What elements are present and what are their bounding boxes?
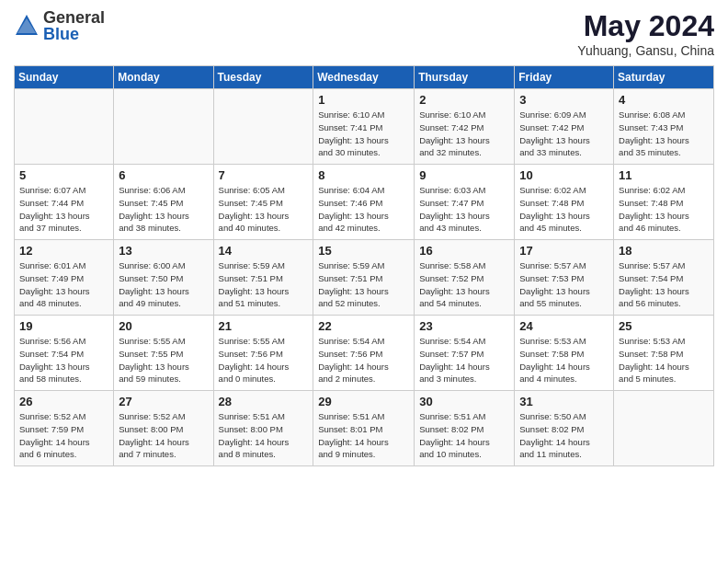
calendar-cell: 30Sunrise: 5:51 AM Sunset: 8:02 PM Dayli… xyxy=(415,391,515,466)
calendar-cell: 21Sunrise: 5:55 AM Sunset: 7:56 PM Dayli… xyxy=(213,316,313,391)
calendar-cell: 12Sunrise: 6:01 AM Sunset: 7:49 PM Dayli… xyxy=(15,240,114,316)
day-info: Sunrise: 6:05 AM Sunset: 7:45 PM Dayligh… xyxy=(219,184,309,235)
day-number: 5 xyxy=(19,168,108,182)
calendar-cell: 14Sunrise: 5:59 AM Sunset: 7:51 PM Dayli… xyxy=(213,240,313,316)
day-info: Sunrise: 5:53 AM Sunset: 7:58 PM Dayligh… xyxy=(619,335,709,385)
day-info: Sunrise: 6:00 AM Sunset: 7:50 PM Dayligh… xyxy=(119,259,208,310)
day-number: 25 xyxy=(619,319,709,333)
calendar-cell xyxy=(114,89,213,165)
day-number: 29 xyxy=(318,395,409,408)
header-thursday: Thursday xyxy=(415,66,515,89)
day-number: 1 xyxy=(318,93,409,107)
day-number: 4 xyxy=(619,93,709,107)
day-number: 10 xyxy=(519,168,609,182)
calendar-cell: 19Sunrise: 5:56 AM Sunset: 7:54 PM Dayli… xyxy=(15,316,114,391)
day-info: Sunrise: 5:51 AM Sunset: 8:00 PM Dayligh… xyxy=(219,410,309,461)
calendar-cell: 31Sunrise: 5:50 AM Sunset: 8:02 PM Dayli… xyxy=(515,391,614,466)
calendar-week-1: 5Sunrise: 6:07 AM Sunset: 7:44 PM Daylig… xyxy=(15,165,714,240)
calendar-week-4: 26Sunrise: 5:52 AM Sunset: 7:59 PM Dayli… xyxy=(15,391,714,466)
calendar-week-3: 19Sunrise: 5:56 AM Sunset: 7:54 PM Dayli… xyxy=(15,316,714,391)
day-number: 28 xyxy=(219,395,309,408)
day-number: 24 xyxy=(519,319,609,333)
day-info: Sunrise: 5:53 AM Sunset: 7:58 PM Dayligh… xyxy=(519,335,609,385)
day-info: Sunrise: 5:57 AM Sunset: 7:54 PM Dayligh… xyxy=(619,259,709,310)
day-number: 11 xyxy=(619,168,709,182)
day-info: Sunrise: 6:10 AM Sunset: 7:41 PM Dayligh… xyxy=(318,109,409,159)
day-info: Sunrise: 5:54 AM Sunset: 7:57 PM Dayligh… xyxy=(419,335,509,385)
day-info: Sunrise: 6:09 AM Sunset: 7:42 PM Dayligh… xyxy=(519,109,609,159)
logo-text: General Blue xyxy=(43,9,105,42)
day-info: Sunrise: 6:04 AM Sunset: 7:46 PM Dayligh… xyxy=(318,184,409,235)
day-info: Sunrise: 5:55 AM Sunset: 7:56 PM Dayligh… xyxy=(219,335,309,385)
day-number: 7 xyxy=(219,168,309,182)
day-number: 22 xyxy=(318,319,409,333)
day-info: Sunrise: 5:51 AM Sunset: 8:02 PM Dayligh… xyxy=(419,410,509,461)
day-number: 14 xyxy=(219,244,309,258)
calendar-cell: 6Sunrise: 6:06 AM Sunset: 7:45 PM Daylig… xyxy=(114,165,213,240)
calendar-cell: 29Sunrise: 5:51 AM Sunset: 8:01 PM Dayli… xyxy=(313,391,415,466)
day-info: Sunrise: 5:51 AM Sunset: 8:01 PM Dayligh… xyxy=(318,410,409,461)
svg-marker-1 xyxy=(17,18,36,33)
page: General Blue May 2024 Yuhuang, Gansu, Ch… xyxy=(0,0,728,563)
location: Yuhuang, Gansu, China xyxy=(577,43,714,58)
day-number: 27 xyxy=(119,395,208,408)
day-info: Sunrise: 6:08 AM Sunset: 7:43 PM Dayligh… xyxy=(619,109,709,159)
day-info: Sunrise: 6:07 AM Sunset: 7:44 PM Dayligh… xyxy=(19,184,108,235)
calendar-cell: 16Sunrise: 5:58 AM Sunset: 7:52 PM Dayli… xyxy=(415,240,515,316)
calendar-cell: 18Sunrise: 5:57 AM Sunset: 7:54 PM Dayli… xyxy=(614,240,714,316)
calendar-cell: 3Sunrise: 6:09 AM Sunset: 7:42 PM Daylig… xyxy=(515,89,614,165)
day-info: Sunrise: 6:01 AM Sunset: 7:49 PM Dayligh… xyxy=(19,259,108,310)
calendar-cell xyxy=(614,391,714,466)
calendar-cell: 10Sunrise: 6:02 AM Sunset: 7:48 PM Dayli… xyxy=(515,165,614,240)
calendar-cell: 5Sunrise: 6:07 AM Sunset: 7:44 PM Daylig… xyxy=(15,165,114,240)
calendar-cell: 8Sunrise: 6:04 AM Sunset: 7:46 PM Daylig… xyxy=(313,165,415,240)
logo-blue: Blue xyxy=(43,26,105,42)
calendar-cell xyxy=(213,89,313,165)
day-info: Sunrise: 6:02 AM Sunset: 7:48 PM Dayligh… xyxy=(519,184,609,235)
header-monday: Monday xyxy=(114,66,213,89)
day-number: 21 xyxy=(219,319,309,333)
calendar-cell: 15Sunrise: 5:59 AM Sunset: 7:51 PM Dayli… xyxy=(313,240,415,316)
day-number: 12 xyxy=(19,244,108,258)
day-number: 2 xyxy=(419,93,509,107)
calendar-cell xyxy=(15,89,114,165)
calendar-cell: 20Sunrise: 5:55 AM Sunset: 7:55 PM Dayli… xyxy=(114,316,213,391)
calendar-cell: 7Sunrise: 6:05 AM Sunset: 7:45 PM Daylig… xyxy=(213,165,313,240)
calendar-cell: 4Sunrise: 6:08 AM Sunset: 7:43 PM Daylig… xyxy=(614,89,714,165)
day-info: Sunrise: 5:55 AM Sunset: 7:55 PM Dayligh… xyxy=(119,335,208,385)
day-number: 16 xyxy=(419,244,509,258)
day-number: 9 xyxy=(419,168,509,182)
day-number: 23 xyxy=(419,319,509,333)
day-info: Sunrise: 5:52 AM Sunset: 7:59 PM Dayligh… xyxy=(19,410,108,461)
calendar-cell: 17Sunrise: 5:57 AM Sunset: 7:53 PM Dayli… xyxy=(515,240,614,316)
day-number: 15 xyxy=(318,244,409,258)
day-info: Sunrise: 5:52 AM Sunset: 8:00 PM Dayligh… xyxy=(119,410,208,461)
day-number: 3 xyxy=(519,93,609,107)
day-number: 26 xyxy=(19,395,108,408)
header: General Blue May 2024 Yuhuang, Gansu, Ch… xyxy=(14,9,714,58)
calendar: Sunday Monday Tuesday Wednesday Thursday… xyxy=(14,65,714,466)
day-number: 13 xyxy=(119,244,208,258)
calendar-cell: 11Sunrise: 6:02 AM Sunset: 7:48 PM Dayli… xyxy=(614,165,714,240)
header-wednesday: Wednesday xyxy=(313,66,415,89)
day-info: Sunrise: 5:56 AM Sunset: 7:54 PM Dayligh… xyxy=(19,335,108,385)
day-info: Sunrise: 6:10 AM Sunset: 7:42 PM Dayligh… xyxy=(419,109,509,159)
day-info: Sunrise: 5:59 AM Sunset: 7:51 PM Dayligh… xyxy=(318,259,409,310)
day-info: Sunrise: 6:06 AM Sunset: 7:45 PM Dayligh… xyxy=(119,184,208,235)
calendar-cell: 1Sunrise: 6:10 AM Sunset: 7:41 PM Daylig… xyxy=(313,89,415,165)
day-number: 18 xyxy=(619,244,709,258)
day-number: 8 xyxy=(318,168,409,182)
header-tuesday: Tuesday xyxy=(213,66,313,89)
calendar-cell: 13Sunrise: 6:00 AM Sunset: 7:50 PM Dayli… xyxy=(114,240,213,316)
calendar-cell: 2Sunrise: 6:10 AM Sunset: 7:42 PM Daylig… xyxy=(415,89,515,165)
title-section: May 2024 Yuhuang, Gansu, China xyxy=(577,9,714,58)
logo: General Blue xyxy=(14,9,105,42)
calendar-header-row: Sunday Monday Tuesday Wednesday Thursday… xyxy=(15,66,714,89)
calendar-cell: 28Sunrise: 5:51 AM Sunset: 8:00 PM Dayli… xyxy=(213,391,313,466)
header-saturday: Saturday xyxy=(614,66,714,89)
day-info: Sunrise: 5:59 AM Sunset: 7:51 PM Dayligh… xyxy=(219,259,309,310)
calendar-cell: 25Sunrise: 5:53 AM Sunset: 7:58 PM Dayli… xyxy=(614,316,714,391)
day-info: Sunrise: 5:54 AM Sunset: 7:56 PM Dayligh… xyxy=(318,335,409,385)
calendar-cell: 27Sunrise: 5:52 AM Sunset: 8:00 PM Dayli… xyxy=(114,391,213,466)
calendar-cell: 9Sunrise: 6:03 AM Sunset: 7:47 PM Daylig… xyxy=(415,165,515,240)
